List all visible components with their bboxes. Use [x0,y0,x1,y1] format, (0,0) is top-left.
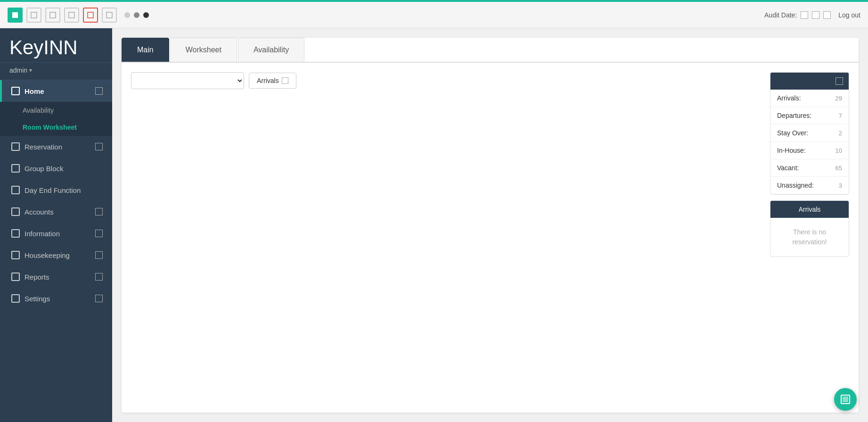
day-end-nav-icon [11,186,20,194]
stat-label: Unassigned: [777,182,814,189]
stat-value: 65 [835,165,842,172]
stat-value: 29 [835,95,842,102]
home-nav-icon [11,87,20,95]
tab-worksheet-label: Worksheet [186,46,221,54]
arrivals-btn-label: Arrivals [257,77,279,84]
stats-rows: Arrivals:29Departures:7Stay Over:2In-Hou… [770,90,849,194]
tab-main-label: Main [137,46,154,54]
tab-content-main: Arrivals Arrivals:29Departures:7Stay [122,63,859,413]
information-expand-icon [95,230,103,237]
svg-rect-2 [50,12,56,18]
audit-date-checkbox[interactable] [801,11,808,19]
reports-expand-icon [95,273,103,281]
toolbar-btn-4[interactable] [64,8,79,23]
sidebar-item-day-end-function[interactable]: Day End Function [0,179,112,201]
audit-date-area: Audit Date: [764,11,831,19]
logout-button[interactable]: Log out [838,11,860,19]
sidebar-item-information-label: Information [25,230,60,238]
stat-row: Unassigned:3 [770,177,849,194]
sidebar-item-settings-label: Settings [25,295,50,303]
toolbar-btn-3[interactable] [45,8,60,23]
settings-nav-icon [11,294,20,303]
filter-select[interactable] [131,72,244,89]
sidebar-item-accounts-label: Accounts [25,208,54,216]
sidebar-item-information[interactable]: Information [0,223,112,244]
sidebar-item-housekeeping[interactable]: Housekeeping [0,244,112,266]
stat-value: 10 [835,147,842,154]
top-toolbar: Audit Date: Log out [0,2,868,28]
svg-rect-3 [69,12,74,18]
accounts-expand-icon [95,208,103,215]
sidebar-sub-availability[interactable]: Availability [0,102,112,119]
stat-row: Vacant:65 [770,159,849,177]
main-content-area [131,95,762,403]
left-panel: Arrivals [131,72,762,403]
stats-card: Arrivals:29Departures:7Stay Over:2In-Hou… [770,72,849,195]
sidebar-item-home[interactable]: Home [0,80,112,102]
toolbar-btn-5[interactable] [83,8,98,23]
filter-row: Arrivals [131,72,762,89]
home-expand-icon [95,87,103,95]
svg-rect-0 [12,12,18,18]
sidebar-item-settings[interactable]: Settings [0,288,112,309]
sidebar-item-reports[interactable]: Reports [0,266,112,288]
dot-indicator-3 [143,12,149,18]
sidebar-item-group-block[interactable]: Group Block [0,157,112,179]
availability-label: Availability [23,107,54,114]
arrivals-section: Arrivals There is no reservation! [770,200,849,257]
svg-rect-5 [106,12,112,18]
stat-value: 3 [839,182,842,189]
sidebar-item-accounts[interactable]: Accounts [0,201,112,223]
stat-value: 2 [839,130,842,137]
tabs-bar: Main Worksheet Availability [122,38,859,63]
stat-label: Stay Over: [777,129,808,137]
audit-date-checkbox-2[interactable] [812,11,819,19]
svg-rect-4 [88,12,93,18]
svg-rect-7 [843,397,848,402]
housekeeping-nav-icon [11,251,20,259]
toolbar-btn-1[interactable] [8,8,23,23]
home-sub-nav: Availability Room Worksheet [0,102,112,136]
stat-label: Departures: [777,112,811,119]
stat-label: Vacant: [777,164,799,172]
tab-availability[interactable]: Availability [238,38,304,62]
sidebar: KeyINN admin ▾ Home Availability Room Wo… [0,28,112,422]
logo-area: KeyINN [0,28,112,63]
accounts-nav-icon [11,207,20,216]
tab-main[interactable]: Main [122,38,169,62]
sidebar-item-reservation-label: Reservation [25,143,62,151]
audit-date-label: Audit Date: [764,11,797,19]
stat-label: Arrivals: [777,94,801,102]
sidebar-sub-room-worksheet[interactable]: Room Worksheet [0,119,112,136]
reservation-expand-icon [95,143,103,150]
stat-row: Arrivals:29 [770,90,849,107]
admin-label: admin [9,66,27,74]
settings-expand-icon [95,295,103,302]
toolbar-btn-6[interactable] [102,8,117,23]
svg-rect-1 [31,12,37,18]
floating-action-button[interactable] [834,388,857,411]
arrivals-btn-checkbox [282,77,288,84]
sidebar-item-housekeeping-label: Housekeeping [25,251,70,259]
app-logo: KeyINN [9,38,103,58]
stats-card-header [770,73,849,90]
arrivals-filter-button[interactable]: Arrivals [249,73,296,89]
group-block-nav-icon [11,164,20,173]
sidebar-item-group-block-label: Group Block [25,165,64,173]
audit-date-checkbox-3[interactable] [823,11,831,19]
housekeeping-expand-icon [95,251,103,259]
stat-label: In-House: [777,147,806,154]
stat-row: In-House:10 [770,142,849,159]
stat-row: Departures:7 [770,107,849,124]
dot-indicator-1 [124,12,130,18]
sidebar-item-day-end-label: Day End Function [25,186,81,194]
stats-card-expand-icon[interactable] [835,77,843,85]
admin-area[interactable]: admin ▾ [0,63,112,80]
content-area: Main Worksheet Availability [112,28,868,422]
toolbar-btn-2[interactable] [26,8,41,23]
stat-row: Stay Over:2 [770,124,849,142]
sidebar-item-reservation[interactable]: Reservation [0,136,112,157]
sidebar-item-reports-label: Reports [25,273,49,281]
main-layout: KeyINN admin ▾ Home Availability Room Wo… [0,28,868,422]
tab-worksheet[interactable]: Worksheet [170,38,237,62]
